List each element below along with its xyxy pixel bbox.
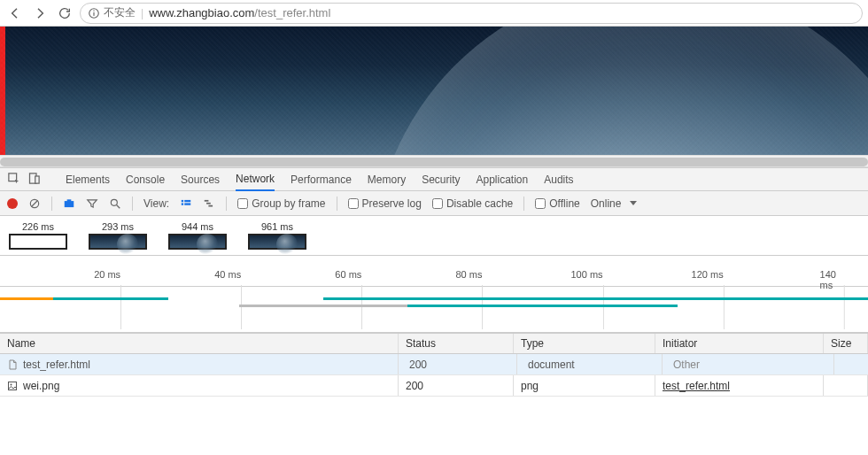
offline-checkbox[interactable]: Offline xyxy=(535,197,579,210)
col-initiator[interactable]: Initiator xyxy=(655,334,824,353)
svg-rect-13 xyxy=(182,203,183,204)
col-status[interactable]: Status xyxy=(399,334,514,353)
filmstrip: 226 ms 293 ms 944 ms 961 ms xyxy=(0,216,868,256)
timeline-tick: 60 ms xyxy=(335,269,361,280)
document-icon xyxy=(7,359,18,371)
disable-cache-checkbox[interactable]: Disable cache xyxy=(432,197,513,210)
network-toolbar: View: Group by frame Preserve log Disabl… xyxy=(0,191,868,216)
view-label: View: xyxy=(143,197,169,210)
filter-icon[interactable] xyxy=(86,197,98,210)
svg-rect-16 xyxy=(205,199,209,201)
svg-line-7 xyxy=(32,200,38,206)
record-button[interactable] xyxy=(7,198,18,209)
svg-rect-17 xyxy=(206,202,211,204)
svg-rect-19 xyxy=(9,382,17,389)
filmstrip-frame[interactable]: 961 ms xyxy=(248,221,306,250)
table-row[interactable]: wei.png 200 png test_refer.html xyxy=(0,375,868,397)
table-row[interactable]: test_refer.html 200 document Other xyxy=(0,354,868,375)
table-header: Name Status Type Initiator Size xyxy=(0,333,868,354)
url-separator: | xyxy=(141,7,143,19)
svg-rect-8 xyxy=(65,201,74,207)
security-label: 不安全 xyxy=(104,5,136,20)
svg-rect-15 xyxy=(184,203,190,204)
svg-point-20 xyxy=(11,383,12,385)
device-icon[interactable] xyxy=(27,172,41,188)
security-indicator[interactable]: 不安全 xyxy=(88,5,136,20)
timeline-tick: 40 ms xyxy=(214,269,241,280)
inspect-icon[interactable] xyxy=(7,172,20,188)
col-name[interactable]: Name xyxy=(0,334,399,353)
view-list-icon[interactable] xyxy=(180,197,192,210)
devtools-panel: Elements Console Sources Network Perform… xyxy=(0,167,868,397)
devtools-tabs: Elements Console Sources Network Perform… xyxy=(0,168,868,191)
svg-rect-9 xyxy=(67,199,72,201)
address-bar[interactable]: 不安全 | www.zhangbiao.com/test_refer.html xyxy=(80,3,863,24)
requests-table: Name Status Type Initiator Size test_ref… xyxy=(0,333,868,397)
tab-application[interactable]: Application xyxy=(477,169,529,190)
timeline-segment xyxy=(53,297,168,300)
timeline-tick: 140 ms xyxy=(820,269,844,290)
tab-audits[interactable]: Audits xyxy=(544,169,573,190)
preserve-log-checkbox[interactable]: Preserve log xyxy=(348,197,422,210)
clear-icon[interactable] xyxy=(28,197,41,210)
timeline-tick: 120 ms xyxy=(692,269,724,280)
svg-rect-12 xyxy=(182,199,183,201)
view-waterfall-icon[interactable] xyxy=(203,197,215,210)
throttle-select[interactable]: Online xyxy=(591,197,638,210)
page-content-earth xyxy=(0,27,868,155)
filmstrip-frame[interactable]: 226 ms xyxy=(9,221,67,250)
svg-rect-5 xyxy=(35,176,39,183)
timeline-tick: 100 ms xyxy=(570,269,602,280)
tab-sources[interactable]: Sources xyxy=(181,169,220,190)
timeline-segment xyxy=(407,305,678,307)
horizontal-scrollbar[interactable] xyxy=(0,155,868,167)
svg-rect-18 xyxy=(209,204,213,206)
timeline-segment xyxy=(239,305,407,307)
filmstrip-frame[interactable]: 293 ms xyxy=(89,221,147,250)
group-by-frame-checkbox[interactable]: Group by frame xyxy=(237,197,325,210)
svg-rect-2 xyxy=(93,10,94,11)
timeline-tick: 80 ms xyxy=(455,269,482,280)
timeline-tick: 20 ms xyxy=(94,269,120,280)
forward-button[interactable] xyxy=(30,4,50,23)
tab-memory[interactable]: Memory xyxy=(368,169,406,190)
svg-rect-14 xyxy=(184,199,190,201)
col-size[interactable]: Size xyxy=(824,334,868,353)
svg-point-10 xyxy=(111,199,117,205)
tab-performance[interactable]: Performance xyxy=(291,169,352,190)
timeline-overview[interactable]: 20 ms40 ms60 ms80 ms100 ms120 ms140 ms xyxy=(0,256,868,333)
svg-rect-1 xyxy=(93,12,94,15)
col-type[interactable]: Type xyxy=(514,334,655,353)
browser-nav-bar: 不安全 | www.zhangbiao.com/test_refer.html xyxy=(0,0,868,27)
tab-console[interactable]: Console xyxy=(126,169,165,190)
url-text: www.zhangbiao.com/test_refer.html xyxy=(149,6,330,19)
svg-line-11 xyxy=(117,204,120,208)
image-icon xyxy=(7,380,18,392)
timeline-segment xyxy=(0,297,53,300)
search-icon[interactable] xyxy=(109,197,121,210)
timeline-segment xyxy=(323,297,868,300)
tab-network[interactable]: Network xyxy=(236,168,275,191)
tab-elements[interactable]: Elements xyxy=(66,169,110,190)
tab-security[interactable]: Security xyxy=(422,169,460,190)
reload-button[interactable] xyxy=(55,4,74,23)
back-button[interactable] xyxy=(5,4,25,23)
capture-screenshots-icon[interactable] xyxy=(63,197,75,210)
filmstrip-frame[interactable]: 944 ms xyxy=(168,221,227,250)
